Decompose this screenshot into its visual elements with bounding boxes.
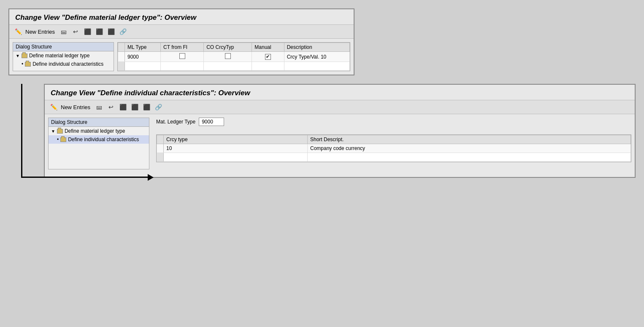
bottom-dialog-item-2[interactable]: • Define individual characteristics bbox=[49, 135, 149, 144]
dot-bullet: • bbox=[22, 61, 23, 67]
row-selector-cell bbox=[118, 52, 125, 62]
cell-ml-type: 9000 bbox=[125, 52, 161, 62]
bottom-dialog-structure-header: Dialog Structure bbox=[49, 118, 149, 127]
arrow-horizontal-line bbox=[21, 177, 148, 178]
top-toolbar: ✏️ New Entries 🖴 ↩ ⬛ ⬛ ⬛ 🔗 bbox=[9, 25, 354, 39]
top-window-body: Dialog Structure ▼ Define material ledge… bbox=[9, 39, 354, 75]
bottom-toolbar-link-icon[interactable]: 🔗 bbox=[154, 102, 163, 112]
arrow-head-icon bbox=[148, 174, 154, 181]
arrow-connector bbox=[8, 84, 42, 178]
cell-co-crcy-typ[interactable] bbox=[204, 52, 252, 62]
bottom-col-selector bbox=[157, 135, 164, 144]
checkbox-manual[interactable]: ✔ bbox=[265, 54, 271, 60]
bottom-toolbar: ✏️ New Entries 🖴 ↩ ⬛ ⬛ ⬛ 🔗 bbox=[45, 100, 635, 114]
toolbar-copy2-icon[interactable]: ⬛ bbox=[95, 27, 104, 36]
bottom-cell-short-descript: Company code currency bbox=[308, 144, 631, 153]
empty-cell-3 bbox=[204, 62, 252, 71]
col-manual: Manual bbox=[252, 43, 284, 52]
col-ct-from-fi: CT from FI bbox=[161, 43, 204, 52]
bottom-table-area: Crcy type Short Descript. 10 Company cod… bbox=[156, 134, 631, 162]
toolbar-link-icon[interactable]: 🔗 bbox=[118, 27, 127, 36]
cell-manual[interactable]: ✔ bbox=[252, 52, 284, 62]
top-table: ML Type CT from FI CO CrcyTyp Manual Des… bbox=[118, 43, 350, 71]
table-row-empty bbox=[118, 62, 350, 71]
dialog-item-label-2: Define individual characteristics bbox=[32, 61, 103, 67]
bottom-empty-cell-2 bbox=[308, 153, 631, 162]
bottom-dot-bullet: • bbox=[57, 137, 59, 142]
checkbox-ct-from-fi[interactable] bbox=[179, 53, 185, 59]
bottom-section: Change View "Define individual character… bbox=[8, 84, 636, 178]
bottom-dialog-item-label-2: Define individual characteristics bbox=[68, 137, 139, 142]
col-description: Description bbox=[284, 43, 349, 52]
empty-cell-5 bbox=[284, 62, 349, 71]
toolbar-edit-icon[interactable]: ✏️ bbox=[14, 27, 23, 36]
h-line bbox=[21, 177, 148, 178]
bottom-table-row[interactable]: 10 Company code currency bbox=[157, 144, 631, 153]
mat-ledger-type-value[interactable]: 9000 bbox=[199, 118, 224, 126]
folder-icon-2 bbox=[25, 62, 31, 67]
bottom-toolbar-save-icon[interactable]: 🖴 bbox=[95, 102, 104, 112]
bottom-empty-cell-1 bbox=[164, 153, 308, 162]
col-ml-type: ML Type bbox=[125, 43, 161, 52]
bottom-window-body: Dialog Structure ▼ Define material ledge… bbox=[45, 114, 635, 173]
bottom-toolbar-copy-icon[interactable]: ⬛ bbox=[118, 102, 127, 112]
mat-ledger-row: Mat. Ledger Type 9000 bbox=[156, 118, 631, 126]
bottom-new-entries-button[interactable]: New Entries bbox=[61, 104, 90, 110]
col-co-crcy-typ: CO CrcyTyp bbox=[204, 43, 252, 52]
toolbar-save-icon[interactable]: 🖴 bbox=[59, 27, 68, 36]
top-dialog-structure: Dialog Structure ▼ Define material ledge… bbox=[13, 42, 114, 71]
bottom-cell-crcy-type: 10 bbox=[164, 144, 308, 153]
bottom-table: Crcy type Short Descript. 10 Company cod… bbox=[157, 135, 631, 162]
top-window-title: Change View "Define material ledger type… bbox=[9, 9, 354, 25]
top-dialog-item-2[interactable]: • Define individual characteristics bbox=[13, 60, 114, 68]
bottom-folder-icon-1 bbox=[57, 129, 63, 134]
bottom-toolbar-copy3-icon[interactable]: ⬛ bbox=[142, 102, 151, 112]
dialog-item-label-1: Define material ledger type bbox=[29, 53, 89, 59]
expand-arrow-icon: ▼ bbox=[16, 54, 20, 58]
bottom-toolbar-edit-icon[interactable]: ✏️ bbox=[49, 102, 58, 112]
cell-description: Crcy Type/Val. 10 bbox=[284, 52, 349, 62]
empty-cell-2 bbox=[161, 62, 204, 71]
empty-cell-1 bbox=[125, 62, 161, 71]
toolbar-copy-icon[interactable]: ⬛ bbox=[83, 27, 92, 36]
col-selector bbox=[118, 43, 125, 52]
bottom-dialog-item-label-1: Define material ledger type bbox=[65, 128, 125, 134]
bottom-col-crcy-type: Crcy type bbox=[164, 135, 308, 144]
row-selector-empty bbox=[118, 62, 125, 71]
new-entries-button[interactable]: New Entries bbox=[25, 29, 55, 35]
mat-ledger-type-label: Mat. Ledger Type bbox=[156, 119, 195, 125]
checkbox-co-crcy-typ[interactable] bbox=[225, 53, 231, 59]
bottom-dialog-item-1[interactable]: ▼ Define material ledger type bbox=[49, 127, 149, 135]
bottom-window-title: Change View "Define individual character… bbox=[45, 85, 635, 100]
dialog-structure-spacer bbox=[49, 144, 149, 169]
top-table-area: ML Type CT from FI CO CrcyTyp Manual Des… bbox=[117, 42, 350, 71]
bottom-window: Change View "Define individual character… bbox=[44, 84, 636, 178]
toolbar-copy3-icon[interactable]: ⬛ bbox=[106, 27, 116, 36]
toolbar-undo-icon[interactable]: ↩ bbox=[71, 27, 80, 36]
arrow-vertical-line bbox=[21, 84, 22, 177]
bottom-dialog-structure: Dialog Structure ▼ Define material ledge… bbox=[48, 118, 149, 169]
table-row[interactable]: 9000 ✔ Crcy Type/Val. 10 bbox=[118, 52, 350, 62]
bottom-row-selector-empty bbox=[157, 153, 164, 162]
bottom-right-area: Mat. Ledger Type 9000 Crcy type Short De… bbox=[156, 118, 631, 169]
top-window: Change View "Define material ledger type… bbox=[8, 8, 354, 75]
top-dialog-structure-header: Dialog Structure bbox=[13, 43, 114, 51]
bottom-expand-arrow-icon: ▼ bbox=[51, 129, 55, 134]
bottom-table-row-empty bbox=[157, 153, 631, 162]
bottom-row-selector-cell bbox=[157, 144, 164, 153]
bottom-col-short-descript: Short Descript. bbox=[308, 135, 631, 144]
empty-cell-4 bbox=[252, 62, 284, 71]
bottom-folder-icon-2 bbox=[60, 137, 66, 142]
folder-icon-1 bbox=[22, 54, 27, 58]
cell-ct-from-fi[interactable] bbox=[161, 52, 204, 62]
bottom-toolbar-undo-icon[interactable]: ↩ bbox=[106, 102, 116, 112]
bottom-toolbar-copy2-icon[interactable]: ⬛ bbox=[130, 102, 139, 112]
top-dialog-item-1[interactable]: ▼ Define material ledger type bbox=[13, 51, 114, 60]
